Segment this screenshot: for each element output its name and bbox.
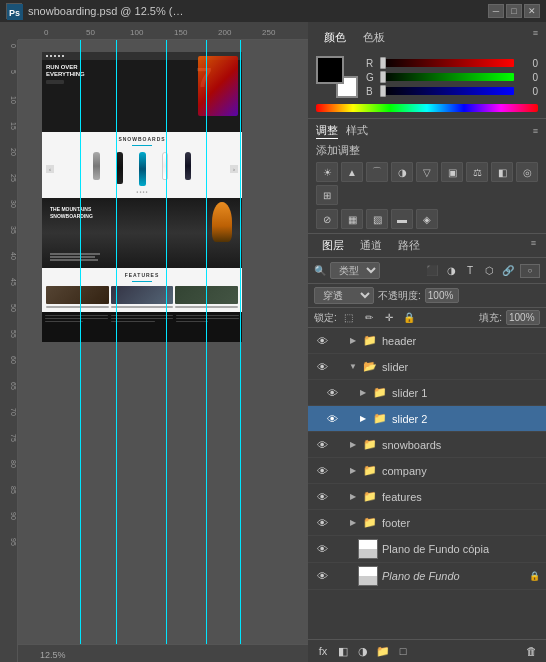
tab-paths[interactable]: 路径: [390, 234, 428, 257]
channel-g-thumb[interactable]: [380, 71, 386, 83]
posterize-btn[interactable]: ▦: [341, 209, 363, 229]
visibility-toggle-footer[interactable]: 👁: [314, 515, 330, 531]
tab-styles[interactable]: 样式: [346, 123, 368, 139]
svg-text:Ps: Ps: [9, 8, 20, 18]
layer-item-slider[interactable]: 👁 ▼ 📂 slider: [308, 354, 546, 380]
visibility-toggle-plano-fundo[interactable]: 👁: [314, 568, 330, 584]
blend-mode-dropdown[interactable]: 穿透: [314, 287, 374, 304]
canvas-content[interactable]: RUN OVER EVERYTHING 7 SNOWBOARDS ‹: [18, 40, 308, 644]
tab-color[interactable]: 颜色: [316, 28, 354, 48]
layer-item-plano-fundo[interactable]: 👁 Plano de Fundo 🔒: [308, 563, 546, 590]
opacity-input[interactable]: [425, 288, 459, 303]
visibility-toggle-slider[interactable]: 👁: [314, 359, 330, 375]
visibility-toggle-features[interactable]: 👁: [314, 489, 330, 505]
levels-btn[interactable]: ▲: [341, 162, 363, 182]
layer-expand-header[interactable]: ▶: [348, 336, 358, 346]
layer-expand-slider1[interactable]: ▶: [358, 388, 368, 398]
visibility-toggle-slider2[interactable]: 👁: [324, 411, 340, 427]
layers-list[interactable]: 👁 ▶ 📁 header 👁 ▼ 📂 slider 👁: [308, 328, 546, 639]
layer-expand-slider[interactable]: ▼: [348, 362, 358, 372]
invert-btn[interactable]: ⊘: [316, 209, 338, 229]
layer-expand-footer[interactable]: ▶: [348, 518, 358, 528]
visibility-toggle-header[interactable]: 👁: [314, 333, 330, 349]
ruler-mark: 250: [262, 28, 288, 37]
layer-item-plano-copia[interactable]: 👁 Plano de Fundo cópia: [308, 536, 546, 563]
layer-expand-snowboards[interactable]: ▶: [348, 440, 358, 450]
filter-pixel-btn[interactable]: ⬛: [424, 263, 440, 279]
lock-image-btn[interactable]: ✏: [361, 311, 377, 325]
fx-button[interactable]: fx: [314, 643, 332, 659]
fill-input[interactable]: [506, 310, 540, 325]
vibrance-btn[interactable]: ▽: [416, 162, 438, 182]
color-balance-btn[interactable]: ⚖: [466, 162, 488, 182]
visibility-toggle-slider1[interactable]: 👁: [324, 385, 340, 401]
layer-item-header[interactable]: 👁 ▶ 📁 header: [308, 328, 546, 354]
channel-r-slider[interactable]: [380, 59, 514, 67]
layer-item-company[interactable]: 👁 ▶ 📁 company: [308, 458, 546, 484]
photo-filter-btn[interactable]: ◎: [516, 162, 538, 182]
channel-g-value[interactable]: 0: [518, 72, 538, 83]
layer-item-features[interactable]: 👁 ▶ 📁 features: [308, 484, 546, 510]
threshold-btn[interactable]: ▧: [366, 209, 388, 229]
layer-item-slider1[interactable]: 👁 ▶ 📁 slider 1: [308, 380, 546, 406]
layer-item-footer[interactable]: 👁 ▶ 📁 footer: [308, 510, 546, 536]
tab-channels[interactable]: 通道: [352, 234, 390, 257]
exposure-btn[interactable]: ◑: [391, 162, 413, 182]
horizontal-scrollbar[interactable]: 12.5%: [18, 644, 308, 662]
gradient-map-btn[interactable]: ▬: [391, 209, 413, 229]
layer-expand-slider2[interactable]: ▶: [358, 414, 368, 424]
ruler-mark: [108, 28, 130, 37]
layer-expand-company[interactable]: ▶: [348, 466, 358, 476]
carousel-next[interactable]: ›: [230, 165, 238, 173]
minimize-button[interactable]: ─: [488, 4, 504, 18]
maximize-button[interactable]: □: [506, 4, 522, 18]
add-mask-button[interactable]: ◧: [334, 643, 352, 659]
layers-panel-expand[interactable]: ≡: [527, 234, 540, 257]
visibility-toggle-plano-copia[interactable]: 👁: [314, 541, 330, 557]
channel-r-value[interactable]: 0: [518, 58, 538, 69]
layer-item-slider2[interactable]: 👁 ▶ 📁 slider 2: [308, 406, 546, 432]
channel-g-slider[interactable]: [380, 73, 514, 81]
hue-sat-btn[interactable]: ▣: [441, 162, 463, 182]
lock-position-btn[interactable]: ✛: [381, 311, 397, 325]
filter-adjustment-btn[interactable]: ◑: [443, 263, 459, 279]
tab-adjustments[interactable]: 调整: [316, 123, 338, 139]
tab-layers[interactable]: 图层: [314, 234, 352, 257]
add-layer-button[interactable]: □: [394, 643, 412, 659]
add-folder-button[interactable]: 📁: [374, 643, 392, 659]
filter-shape-btn[interactable]: ⬡: [481, 263, 497, 279]
filter-smart-btn[interactable]: 🔗: [500, 263, 516, 279]
features-text-row: [46, 306, 238, 308]
selective-color-btn[interactable]: ◈: [416, 209, 438, 229]
curves-btn[interactable]: ⌒: [366, 162, 388, 182]
layer-item-snowboards[interactable]: 👁 ▶ 📁 snowboards: [308, 432, 546, 458]
lock-all-btn[interactable]: 🔒: [401, 311, 417, 325]
carousel-prev[interactable]: ‹: [46, 165, 54, 173]
foreground-color-swatch[interactable]: [316, 56, 344, 84]
channel-b-thumb[interactable]: [380, 85, 386, 97]
layer-expand-features[interactable]: ▶: [348, 492, 358, 502]
layers-lock-row: 锁定: ⬚ ✏ ✛ 🔒 填充:: [308, 308, 546, 328]
filter-type-dropdown[interactable]: 类型: [330, 262, 380, 279]
filter-text-btn[interactable]: T: [462, 263, 478, 279]
delete-layer-button[interactable]: 🗑: [522, 643, 540, 659]
bw-btn[interactable]: ◧: [491, 162, 513, 182]
channel-b-slider[interactable]: [380, 87, 514, 95]
lock-transparent-btn[interactable]: ⬚: [341, 311, 357, 325]
channel-mixer-btn[interactable]: ⊞: [316, 185, 338, 205]
brightness-contrast-btn[interactable]: ☀: [316, 162, 338, 182]
visibility-toggle-snowboards[interactable]: 👁: [314, 437, 330, 453]
channel-row-b: B 0: [366, 86, 538, 97]
feature-image-2: [111, 286, 174, 304]
add-adjustment-button[interactable]: ◑: [354, 643, 372, 659]
visibility-toggle-company[interactable]: 👁: [314, 463, 330, 479]
filter-toggle[interactable]: ○: [520, 264, 540, 278]
channel-b-value[interactable]: 0: [518, 86, 538, 97]
tab-swatches[interactable]: 色板: [355, 28, 393, 48]
layer-name-plano-copia: Plano de Fundo cópia: [382, 543, 540, 555]
adjustments-expand[interactable]: ≡: [533, 126, 538, 136]
channel-r-thumb[interactable]: [380, 57, 386, 69]
spectrum-bar[interactable]: [316, 104, 538, 112]
close-button[interactable]: ✕: [524, 4, 540, 18]
color-panel-expand[interactable]: ≡: [533, 28, 538, 48]
